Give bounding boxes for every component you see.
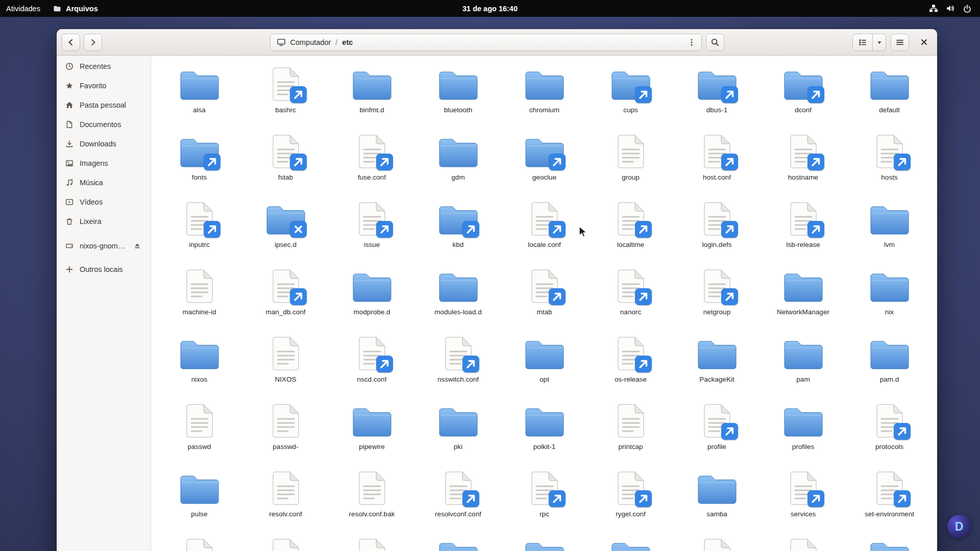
sidebar-item-outros-locais[interactable]: Outros locais <box>59 260 148 279</box>
file-item-ipsec.d[interactable]: ipsec.d <box>242 192 329 260</box>
file-item-lsb-release[interactable]: lsb-release <box>760 192 846 260</box>
file-item-NIXOS[interactable]: NIXOS <box>242 327 329 394</box>
search-button[interactable] <box>706 34 724 51</box>
file-item-polkit-1[interactable]: polkit-1 <box>501 394 587 462</box>
file-item-machine-id[interactable]: machine-id <box>156 260 242 327</box>
file-item-resolvconf.conf[interactable]: resolvconf.conf <box>415 462 501 529</box>
file-item-group[interactable]: group <box>587 125 674 192</box>
file-item-nanorc[interactable]: nanorc <box>587 260 674 327</box>
file-item-protocols[interactable]: protocols <box>846 394 933 462</box>
eject-button[interactable] <box>132 240 143 252</box>
system-status-area[interactable] <box>929 0 980 17</box>
file-item-passwd-[interactable]: passwd- <box>242 394 329 462</box>
file-item[interactable] <box>501 529 587 551</box>
file-item-rygel.conf[interactable]: rygel.conf <box>587 462 674 529</box>
sidebar-item-downloads[interactable]: Downloads <box>59 134 148 154</box>
file-item-locale.conf[interactable]: locale.conf <box>501 192 587 260</box>
file-item-fstab[interactable]: fstab <box>242 125 329 192</box>
file-item-default[interactable]: default <box>846 58 933 125</box>
file-item-nsswitch.conf[interactable]: nsswitch.conf <box>415 327 501 394</box>
file-item-pulse[interactable]: pulse <box>156 462 242 529</box>
file-item-profiles[interactable]: profiles <box>760 394 846 462</box>
file-item-profile[interactable]: profile <box>674 394 760 462</box>
view-options-dropdown-button[interactable] <box>873 34 886 51</box>
path-segment-root[interactable]: Computador <box>290 38 331 46</box>
activities-button[interactable]: Atividades <box>0 0 46 17</box>
view-as-list-button[interactable] <box>852 34 873 51</box>
file-item-passwd[interactable]: passwd <box>156 394 242 462</box>
file-item-nscd.conf[interactable]: nscd.conf <box>329 327 415 394</box>
file-item[interactable] <box>242 529 329 551</box>
location-menu-button[interactable] <box>684 35 699 49</box>
file-item-nix[interactable]: nix <box>846 260 933 327</box>
sidebar-item-lixeira[interactable]: Lixeira <box>59 212 148 231</box>
file-item-services[interactable]: services <box>760 462 846 529</box>
file-item-printcap[interactable]: printcap <box>587 394 674 462</box>
sidebar-item-pasta-pessoal[interactable]: Pasta pessoal <box>59 95 148 115</box>
close-window-button[interactable] <box>916 34 932 51</box>
file-item-alsa[interactable]: alsa <box>156 58 242 125</box>
sidebar-item-imagens[interactable]: Imagens <box>59 154 148 173</box>
file-item-bashrc[interactable]: bashrc <box>242 58 329 125</box>
path-bar[interactable]: Computador / etc <box>270 34 702 51</box>
path-segment-current[interactable]: etc <box>342 38 353 46</box>
sidebar-item-videos[interactable]: Vídeos <box>59 192 148 212</box>
file-item-PackageKit[interactable]: PackageKit <box>674 327 760 394</box>
file-item[interactable] <box>674 529 760 551</box>
file-item-modprobe.d[interactable]: modprobe.d <box>329 260 415 327</box>
file-item-geoclue[interactable]: geoclue <box>501 125 587 192</box>
file-item-mtab[interactable]: mtab <box>501 260 587 327</box>
file-item[interactable] <box>329 529 415 551</box>
file-item-set-environment[interactable]: set-environment <box>846 462 933 529</box>
file-item-pipewire[interactable]: pipewire <box>329 394 415 462</box>
file-item-samba[interactable]: samba <box>674 462 760 529</box>
file-item-modules-load.d[interactable]: modules-load.d <box>415 260 501 327</box>
sidebar-item-recentes[interactable]: Recentes <box>59 57 148 76</box>
file-item-pam.d[interactable]: pam.d <box>846 327 933 394</box>
file-item-os-release[interactable]: os-release <box>587 327 674 394</box>
file-item[interactable] <box>846 529 933 551</box>
file-item-fuse.conf[interactable]: fuse.conf <box>329 125 415 192</box>
file-item-opt[interactable]: opt <box>501 327 587 394</box>
sidebar-item-documentos[interactable]: Documentos <box>59 115 148 134</box>
back-button[interactable] <box>62 34 80 51</box>
file-item-login.defs[interactable]: login.defs <box>674 192 760 260</box>
hamburger-menu-button[interactable] <box>891 34 909 51</box>
file-item-dconf[interactable]: dconf <box>760 58 846 125</box>
file-item-nixos[interactable]: nixos <box>156 327 242 394</box>
file-item-host.conf[interactable]: host.conf <box>674 125 760 192</box>
file-item-resolv.conf[interactable]: resolv.conf <box>242 462 329 529</box>
file-item-pki[interactable]: pki <box>415 394 501 462</box>
file-item[interactable] <box>415 529 501 551</box>
forward-button[interactable] <box>84 34 102 51</box>
file-item-resolv.conf.bak[interactable]: resolv.conf.bak <box>329 462 415 529</box>
file-item-pam[interactable]: pam <box>760 327 846 394</box>
sidebar-item-nixos-gnome[interactable]: nixos-gnome… <box>59 236 148 256</box>
sidebar-item-musica[interactable]: Música <box>59 173 148 192</box>
file-item-hostname[interactable]: hostname <box>760 125 846 192</box>
file-item-man_db.conf[interactable]: man_db.conf <box>242 260 329 327</box>
file-item-hosts[interactable]: hosts <box>846 125 933 192</box>
file-item-cups[interactable]: cups <box>587 58 674 125</box>
file-item-localtime[interactable]: localtime <box>587 192 674 260</box>
file-item-bluetooth[interactable]: bluetooth <box>415 58 501 125</box>
file-item-kbd[interactable]: kbd <box>415 192 501 260</box>
file-item-netgroup[interactable]: netgroup <box>674 260 760 327</box>
file-item-lvm[interactable]: lvm <box>846 192 933 260</box>
file-item-fonts[interactable]: fonts <box>156 125 242 192</box>
file-item-binfmt.d[interactable]: binfmt.d <box>329 58 415 125</box>
file-item[interactable] <box>156 529 242 551</box>
file-item[interactable] <box>587 529 674 551</box>
file-item-gdm[interactable]: gdm <box>415 125 501 192</box>
file-icon-area <box>869 330 910 371</box>
focused-app-menu[interactable]: Arquivos <box>46 0 104 17</box>
sidebar-item-favorito[interactable]: Favorito <box>59 76 148 95</box>
file-item-dbus-1[interactable]: dbus-1 <box>674 58 760 125</box>
file-item-inputrc[interactable]: inputrc <box>156 192 242 260</box>
file-item-rpc[interactable]: rpc <box>501 462 587 529</box>
file-item[interactable] <box>760 529 846 551</box>
file-item-NetworkManager[interactable]: NetworkManager <box>760 260 846 327</box>
file-item-issue[interactable]: issue <box>329 192 415 260</box>
file-item-chromium[interactable]: chromium <box>501 58 587 125</box>
clock-button[interactable]: 31 de ago 16:40 <box>456 0 524 17</box>
